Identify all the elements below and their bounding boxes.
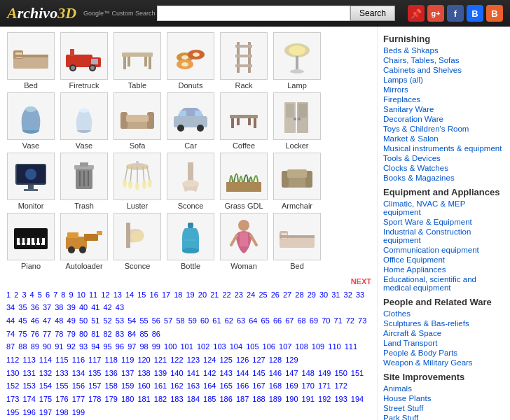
page-link[interactable]: 161	[154, 382, 167, 390]
page-link[interactable]: 66	[273, 316, 282, 325]
page-link[interactable]: 120	[137, 356, 150, 364]
page-link[interactable]: 88	[18, 342, 27, 351]
page-link[interactable]: 51	[91, 316, 99, 325]
sidebar-link[interactable]: Animals	[383, 384, 504, 393]
page-link[interactable]: 10	[77, 290, 85, 299]
page-link[interactable]: 34	[6, 303, 15, 312]
page-link[interactable]: 72	[346, 316, 354, 325]
page-link[interactable]: 135	[88, 369, 101, 377]
page-link[interactable]: 188	[252, 395, 265, 403]
item-cell[interactable]: Lamp	[272, 32, 322, 90]
page-link[interactable]: 22	[222, 290, 230, 299]
page-link[interactable]: 14	[125, 290, 134, 299]
sidebar-link[interactable]: Sanitary Ware	[383, 104, 504, 114]
page-link[interactable]: 156	[72, 382, 85, 390]
page-link[interactable]: 96	[116, 342, 124, 351]
page-link[interactable]: 59	[188, 316, 197, 325]
page-link[interactable]: 81	[91, 330, 99, 338]
page-link[interactable]: 55	[139, 316, 148, 325]
page-link[interactable]: 49	[67, 316, 76, 325]
page-link[interactable]: 164	[203, 382, 216, 390]
item-cell[interactable]: Sconce	[112, 213, 163, 270]
item-cell[interactable]: Bed	[6, 32, 56, 90]
page-link[interactable]: 194	[351, 395, 364, 403]
page-link[interactable]: 85	[139, 330, 148, 338]
page-link[interactable]: 148	[302, 369, 315, 377]
page-link[interactable]: 108	[295, 342, 308, 351]
page-link[interactable]: 50	[79, 316, 88, 325]
page-link[interactable]: 75	[18, 330, 27, 338]
page-link[interactable]: 80	[79, 330, 88, 338]
page-link[interactable]: 122	[170, 356, 183, 364]
item-cell[interactable]: Woman	[219, 213, 269, 270]
page-link[interactable]: 105	[246, 342, 259, 351]
page-link[interactable]: 143	[219, 369, 232, 377]
page-link[interactable]: 192	[318, 395, 331, 403]
sidebar-link[interactable]: Musical instruments & equipment	[383, 144, 504, 153]
page-link[interactable]: 172	[334, 382, 347, 390]
sidebar-link[interactable]: Office Equipment	[383, 255, 504, 265]
next-link[interactable]: NEXT	[351, 276, 371, 288]
item-cell[interactable]: Armchair	[272, 153, 322, 210]
page-link[interactable]: 89	[31, 342, 39, 351]
sidebar-link[interactable]: Home Appliances	[383, 265, 504, 274]
page-link[interactable]: 114	[39, 356, 52, 364]
page-link[interactable]: 64	[249, 316, 257, 325]
page-link[interactable]: 132	[39, 369, 52, 377]
page-link[interactable]: 145	[252, 369, 265, 377]
page-link[interactable]: 131	[22, 369, 35, 377]
sidebar-link[interactable]: Books & Magazines	[383, 173, 504, 183]
search-button[interactable]: Search	[350, 6, 395, 21]
page-link[interactable]: 86	[152, 330, 160, 338]
page-link[interactable]: 79	[67, 330, 76, 338]
page-link[interactable]: 6	[46, 290, 50, 299]
item-cell[interactable]: Bed	[272, 213, 322, 270]
page-link[interactable]: 24	[247, 290, 255, 299]
page-link[interactable]: 90	[43, 342, 51, 351]
page-link[interactable]: 31	[331, 290, 340, 299]
page-link[interactable]: 107	[279, 342, 291, 351]
page-link[interactable]: 142	[203, 369, 216, 377]
page-link[interactable]: 140	[170, 369, 183, 377]
page-link[interactable]: 111	[345, 342, 357, 351]
page-link[interactable]: 130	[6, 369, 19, 377]
page-link[interactable]: 47	[43, 316, 51, 325]
page-link[interactable]: 101	[180, 342, 193, 351]
sidebar-link[interactable]: House Plants	[383, 393, 504, 403]
page-link[interactable]: 60	[200, 316, 209, 325]
behance-icon[interactable]: B	[467, 5, 483, 22]
sidebar-link[interactable]: Lamps (all)	[383, 75, 504, 85]
page-link[interactable]: 177	[72, 395, 85, 403]
page-link[interactable]: 53	[116, 316, 124, 325]
page-link[interactable]: 117	[88, 356, 101, 364]
page-link[interactable]: 109	[312, 342, 324, 351]
page-link[interactable]: 28	[295, 290, 303, 299]
sidebar-link[interactable]: Cabinets and Shelves	[383, 65, 504, 75]
page-link[interactable]: 159	[121, 382, 134, 390]
page-link[interactable]: 139	[154, 369, 167, 377]
page-link[interactable]: 7	[53, 290, 57, 299]
page-link[interactable]: 171	[318, 382, 331, 390]
page-link[interactable]: 73	[358, 316, 366, 325]
page-link[interactable]: 57	[164, 316, 172, 325]
page-link[interactable]: 147	[285, 369, 298, 377]
page-link[interactable]: 176	[55, 395, 68, 403]
logo[interactable]: Archivo3D	[7, 4, 76, 22]
page-link[interactable]: 112	[6, 356, 19, 364]
page-link[interactable]: 1	[6, 290, 11, 299]
page-link[interactable]: 157	[88, 382, 101, 390]
page-link[interactable]: 127	[252, 356, 265, 364]
page-link[interactable]: 68	[298, 316, 306, 325]
page-link[interactable]: 4	[30, 290, 34, 299]
page-link[interactable]: 3	[22, 290, 26, 299]
page-link[interactable]: 58	[176, 316, 184, 325]
page-link[interactable]: 32	[344, 290, 352, 299]
page-link[interactable]: 99	[152, 342, 160, 351]
page-link[interactable]: 154	[39, 382, 52, 390]
page-link[interactable]: 5	[38, 290, 42, 299]
page-link[interactable]: 152	[6, 382, 19, 390]
page-link[interactable]: 141	[187, 369, 200, 377]
page-link[interactable]: 193	[334, 395, 347, 403]
sidebar-link[interactable]: Communication equipment	[383, 245, 504, 255]
page-link[interactable]: 166	[236, 382, 249, 390]
